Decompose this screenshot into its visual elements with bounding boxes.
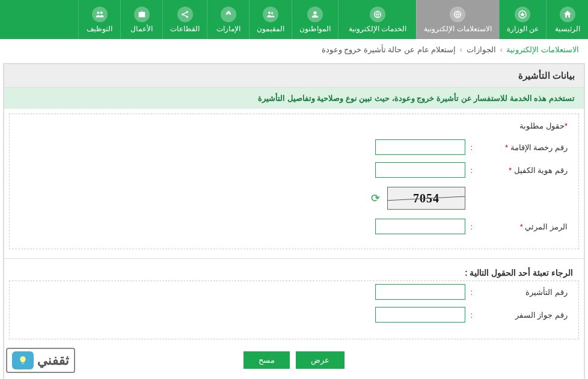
nav-label: المواطنون [299, 25, 331, 33]
svg-point-5 [271, 12, 273, 14]
top-navigation: الرئيسيةعن الوزارةالاستعلامات الإلكتروني… [0, 0, 588, 39]
nav-label: الرئيسية [555, 25, 580, 33]
captcha-image: 7054 [387, 187, 465, 210]
input-passport[interactable] [375, 307, 465, 323]
breadcrumb-leaf: إستعلام عام عن حالة تأشيرة خروج وعودة [322, 45, 456, 54]
breadcrumb-mid: الجوازات [467, 45, 496, 54]
briefcase-icon [134, 7, 150, 22]
nav-item-9[interactable]: التوظيف [78, 0, 120, 39]
emblem-icon [515, 7, 530, 22]
nav-label: الاستعلامات الإلكترونية [424, 25, 491, 33]
panel-title: بيانات التأشيرة [4, 64, 584, 88]
nav-item-5[interactable]: المقيمون [249, 0, 292, 39]
info-band: تستخدم هذه الخدمة للاستفسار عن تأشيرة خر… [4, 88, 584, 109]
label-iqama: رقم رخصة الإقامة * [477, 143, 568, 152]
person-icon [307, 7, 323, 22]
submit-button[interactable]: عرض [296, 351, 345, 369]
breadcrumb-sep: › [460, 45, 462, 54]
nav-item-6[interactable]: الإمارات [207, 0, 249, 39]
nav-label: القطاعات [170, 25, 200, 33]
row-iqama: رقم رخصة الإقامة * : [20, 139, 568, 155]
nav-item-3[interactable]: الخدمات الإلكترونية [338, 0, 416, 39]
breadcrumb-sep: › [500, 45, 502, 54]
share-icon [177, 7, 193, 22]
form-section-2: رقم التأشيرة : رقم جواز السفر : [9, 280, 579, 339]
svg-point-4 [268, 11, 271, 14]
nav-label: الخدمات الإلكترونية [349, 25, 406, 33]
group-icon [263, 7, 278, 22]
lightbulb-icon [12, 351, 34, 369]
nav-label: التوظيف [87, 25, 112, 33]
row-visa-no: رقم التأشيرة : [20, 284, 568, 300]
watermark-badge: ثقفني [6, 348, 75, 373]
breadcrumb-root[interactable]: الاستعلامات الإلكترونية [506, 45, 579, 54]
nav-label: عن الوزارة [507, 25, 539, 33]
globe-search-icon [450, 7, 465, 22]
leaf-icon [221, 7, 236, 22]
watermark-text: ثقفني [37, 353, 69, 368]
nav-item-8[interactable]: الأعمال [120, 0, 162, 39]
breadcrumb: الاستعلامات الإلكترونية › الجوازات › إست… [0, 39, 588, 60]
home-icon [560, 7, 575, 22]
input-captcha[interactable] [375, 219, 465, 234]
label-visa-no: رقم التأشيرة [477, 288, 568, 297]
svg-point-3 [314, 11, 317, 14]
globe-icon [370, 7, 385, 22]
nav-item-0[interactable]: الرئيسية [546, 0, 588, 39]
required-note: *حقول مطلوبة [20, 121, 568, 130]
nav-item-7[interactable]: القطاعات [162, 0, 207, 39]
nav-label: الإمارات [216, 25, 240, 33]
label-passport: رقم جواز السفر [477, 311, 568, 320]
nav-item-4[interactable]: المواطنون [292, 0, 338, 39]
visa-panel: بيانات التأشيرة تستخدم هذه الخدمة للاستف… [3, 63, 585, 379]
row-sponsor: رقم هوية الكفيل * : [20, 162, 568, 178]
captcha-row: 7054 ⟳ [20, 187, 568, 210]
svg-point-9 [97, 11, 99, 14]
label-captcha: الرمز المرئي * [477, 222, 568, 231]
nav-label: المقيمون [257, 25, 284, 33]
button-row: عرض مسح [4, 344, 584, 379]
label-sponsor: رقم هوية الكفيل * [477, 166, 568, 175]
nav-item-2[interactable]: الاستعلامات الإلكترونية [416, 0, 498, 39]
refresh-captcha-icon[interactable]: ⟳ [371, 192, 380, 205]
nav-label: الأعمال [130, 25, 153, 33]
svg-point-10 [100, 11, 102, 14]
row-passport: رقم جواز السفر : [20, 307, 568, 323]
form-section-1: *حقول مطلوبة رقم رخصة الإقامة * : رقم هو… [9, 114, 579, 249]
nav-item-1[interactable]: عن الوزارة [499, 0, 546, 39]
people-icon [92, 7, 108, 22]
input-iqama[interactable] [375, 139, 465, 155]
input-sponsor[interactable] [375, 162, 465, 178]
clear-button[interactable]: مسح [243, 351, 290, 369]
input-visa-no[interactable] [375, 284, 465, 300]
row-captcha: الرمز المرئي * : [20, 219, 568, 234]
section2-title: الرجاء تعبئة أحد الحقول التالية : [4, 259, 584, 280]
